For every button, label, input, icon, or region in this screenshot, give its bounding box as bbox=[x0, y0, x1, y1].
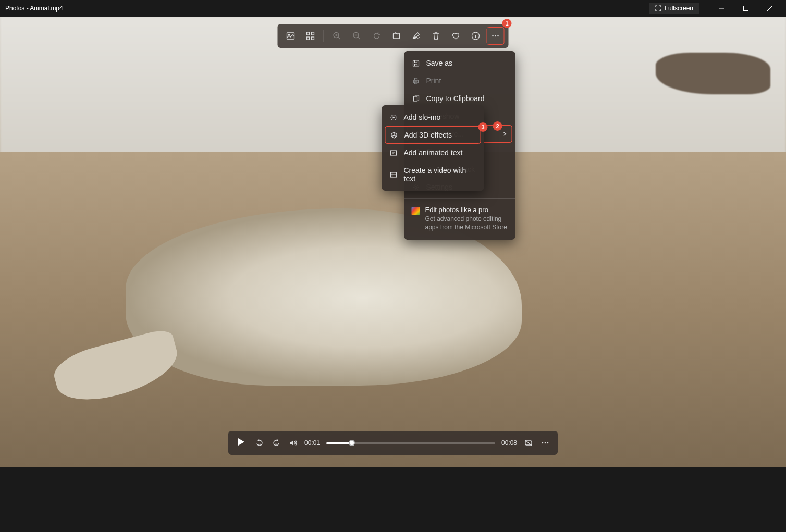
favorite-button[interactable] bbox=[447, 27, 465, 45]
bottom-spacer bbox=[0, 467, 786, 532]
save-icon bbox=[412, 59, 420, 67]
svg-rect-0 bbox=[744, 6, 748, 11]
video-text-icon bbox=[389, 170, 398, 179]
svg-text:30: 30 bbox=[274, 442, 277, 446]
svg-point-11 bbox=[492, 35, 494, 37]
promo-description: Get advanced photo editing apps from the… bbox=[425, 215, 508, 231]
annotation-badge-3: 3 bbox=[478, 122, 488, 132]
svg-rect-14 bbox=[413, 60, 419, 66]
annotation-badge-2: 2 bbox=[493, 121, 502, 131]
svg-point-31 bbox=[542, 442, 544, 444]
window-title: Photos - Animal.mp4 bbox=[4, 5, 649, 12]
submenu-3d-effects[interactable]: Add 3D effects 3 bbox=[385, 126, 481, 144]
submenu-animated-text[interactable]: Add animated text bbox=[382, 144, 484, 162]
view-all-photos-button[interactable] bbox=[282, 27, 300, 45]
annotation-badge-1: 1 bbox=[502, 19, 512, 28]
menu-print-label: Print bbox=[426, 77, 441, 85]
submenu-video-text-label: Create a video with text bbox=[404, 166, 477, 183]
play-button[interactable] bbox=[236, 437, 248, 449]
svg-rect-9 bbox=[394, 33, 400, 39]
toolbar-container: 1 Save as Print Copy to Clipboard Slides… bbox=[278, 24, 509, 48]
svg-point-12 bbox=[495, 35, 496, 37]
animated-text-icon bbox=[389, 149, 398, 157]
svg-rect-26 bbox=[390, 151, 396, 155]
svg-point-32 bbox=[545, 442, 546, 444]
submenu-slomo[interactable]: Add slo-mo bbox=[382, 108, 484, 126]
content-area: 1 Save as Print Copy to Clipboard Slides… bbox=[0, 17, 786, 467]
minimize-button[interactable] bbox=[710, 0, 734, 17]
promo-title: Edit photos like a pro bbox=[425, 206, 508, 214]
toolbar bbox=[278, 24, 509, 48]
more-options-button[interactable] bbox=[487, 27, 505, 45]
effects-3d-icon bbox=[390, 131, 398, 139]
crop-button[interactable] bbox=[388, 27, 406, 45]
collection-button[interactable] bbox=[302, 27, 320, 45]
fullscreen-label: Fullscreen bbox=[665, 5, 693, 12]
svg-rect-4 bbox=[312, 32, 314, 35]
maximize-button[interactable] bbox=[734, 0, 758, 17]
svg-rect-3 bbox=[307, 32, 310, 35]
volume-button[interactable] bbox=[288, 438, 298, 448]
menu-print: Print bbox=[404, 72, 515, 90]
fullscreen-icon bbox=[655, 5, 661, 11]
copy-icon bbox=[412, 94, 420, 103]
menu-promo[interactable]: Edit photos like a pro Get advanced phot… bbox=[404, 201, 515, 237]
store-icon bbox=[412, 207, 420, 215]
menu-save-as-label: Save as bbox=[426, 59, 453, 67]
draw-button[interactable] bbox=[408, 27, 425, 45]
skip-back-button[interactable]: 10 bbox=[254, 438, 265, 448]
print-icon bbox=[412, 77, 420, 85]
svg-text:10: 10 bbox=[258, 442, 261, 446]
submenu-slomo-label: Add slo-mo bbox=[404, 113, 441, 121]
zoom-out-button[interactable] bbox=[348, 27, 366, 45]
svg-rect-27 bbox=[390, 172, 396, 177]
video-frame bbox=[0, 17, 786, 467]
delete-button[interactable] bbox=[427, 27, 445, 45]
progress-thumb[interactable] bbox=[349, 440, 355, 446]
info-button[interactable] bbox=[467, 27, 485, 45]
svg-rect-18 bbox=[413, 96, 417, 101]
edit-more-submenu: Add slo-mo Add 3D effects 3 Add animated… bbox=[382, 105, 484, 191]
rotate-button[interactable] bbox=[368, 27, 386, 45]
submenu-animated-text-label: Add animated text bbox=[404, 149, 463, 157]
svg-point-2 bbox=[288, 34, 289, 35]
menu-copy[interactable]: Copy to Clipboard bbox=[404, 90, 515, 107]
svg-rect-5 bbox=[307, 37, 310, 40]
svg-point-33 bbox=[547, 442, 549, 444]
window-controls bbox=[710, 0, 782, 17]
current-time: 00:01 bbox=[304, 439, 320, 447]
loop-button[interactable] bbox=[523, 438, 534, 448]
skip-forward-button[interactable]: 30 bbox=[271, 438, 281, 448]
player-more-button[interactable] bbox=[540, 438, 550, 448]
titlebar: Photos - Animal.mp4 Fullscreen bbox=[0, 0, 786, 17]
svg-point-13 bbox=[497, 35, 499, 37]
chevron-right-icon bbox=[502, 131, 508, 137]
progress-bar[interactable] bbox=[326, 442, 495, 444]
close-button[interactable] bbox=[758, 0, 782, 17]
svg-rect-1 bbox=[287, 33, 294, 39]
fullscreen-button[interactable]: Fullscreen bbox=[649, 3, 699, 14]
svg-rect-6 bbox=[312, 37, 314, 40]
progress-fill bbox=[326, 442, 352, 444]
submenu-3d-effects-label: Add 3D effects bbox=[404, 131, 452, 139]
menu-copy-label: Copy to Clipboard bbox=[426, 94, 485, 103]
slomo-icon bbox=[389, 113, 398, 121]
svg-rect-16 bbox=[414, 78, 417, 80]
submenu-video-text[interactable]: Create a video with text bbox=[382, 162, 484, 188]
menu-separator bbox=[404, 198, 515, 199]
duration-time: 00:08 bbox=[501, 439, 517, 447]
menu-save-as[interactable]: Save as bbox=[404, 54, 515, 72]
toolbar-separator bbox=[324, 30, 324, 42]
zoom-in-button[interactable] bbox=[328, 27, 346, 45]
video-player-controls: 10 30 00:01 00:08 bbox=[228, 431, 558, 455]
